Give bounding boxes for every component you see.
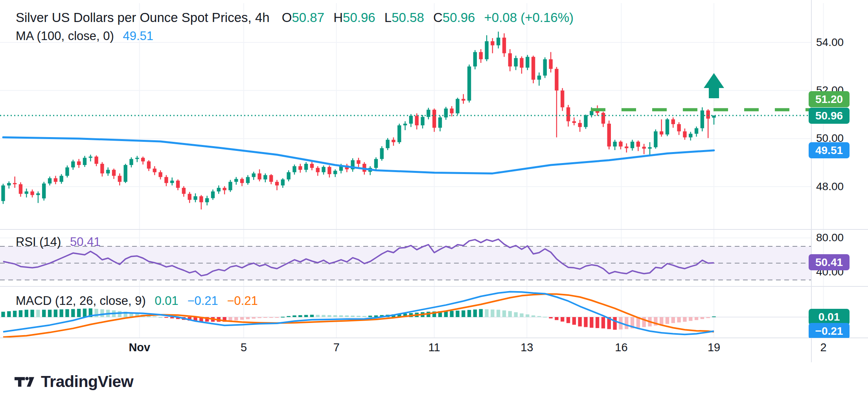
macd-histogram-bar	[578, 317, 581, 326]
macd-histogram-bar	[292, 315, 296, 317]
candle-body	[654, 131, 657, 147]
macd-label: MACD (12, 26, close, 9)	[16, 294, 146, 308]
candle-body	[316, 168, 320, 172]
candle-body	[333, 171, 337, 174]
candle-body	[607, 124, 611, 147]
ohlc-open-value: 50.87	[292, 10, 324, 25]
macd-histogram-bar	[234, 317, 238, 321]
rsi-axis-label: 40.00	[816, 266, 863, 278]
macd-histogram-bar	[677, 317, 680, 323]
candle-body	[572, 121, 576, 123]
candle-body	[42, 183, 46, 198]
candle-body	[479, 52, 483, 59]
macd-hist-value: 0.01	[154, 294, 178, 308]
candle-body	[193, 196, 197, 200]
macd-legend[interactable]: MACD (12, 26, close, 9) 0.01 −0.21 −0.21	[16, 294, 258, 308]
candle-body	[386, 140, 389, 148]
macd-histogram-bar	[462, 310, 465, 317]
macd-histogram-bar	[170, 317, 174, 318]
candle-body	[631, 142, 634, 149]
macd-histogram-bar	[310, 315, 314, 317]
macd-histogram-bar	[362, 316, 366, 317]
candle-body	[281, 180, 285, 185]
candle-body	[543, 59, 547, 76]
candle-body	[438, 117, 442, 128]
candle-body	[77, 161, 81, 165]
candle-body	[561, 90, 564, 107]
macd-histogram-bar	[689, 317, 692, 321]
candle-body	[566, 107, 570, 121]
candle-body	[508, 53, 512, 67]
macd-histogram-bar	[601, 317, 605, 328]
price-axis-label: 48.00	[816, 180, 863, 193]
macd-histogram-bar	[322, 315, 325, 317]
candle-body	[48, 178, 51, 183]
candle-body	[485, 41, 488, 59]
chart-window: Silver US Dollars per Ounce Spot Prices,…	[0, 0, 868, 398]
macd-histogram-bar	[666, 317, 669, 324]
up-arrow-annotation[interactable]	[704, 73, 724, 98]
macd-histogram-bar	[281, 317, 285, 317]
macd-histogram-bar	[25, 310, 28, 317]
macd-histogram-bar	[158, 317, 162, 318]
macd-histogram-bar	[660, 317, 663, 325]
candle-body	[65, 167, 69, 176]
macd-histogram-bar	[467, 310, 471, 317]
candle-body	[257, 173, 261, 179]
candle-body	[549, 59, 552, 69]
chart-canvas[interactable]	[0, 0, 868, 398]
ohlc-high-value: 50.96	[343, 10, 375, 25]
candle-body	[135, 158, 139, 159]
ma-legend[interactable]: MA (100, close, 0) 49.51	[16, 29, 153, 43]
symbol-legend[interactable]: Silver US Dollars per Ounce Spot Prices,…	[16, 10, 574, 25]
candle-body	[555, 69, 558, 90]
macd-histogram-bar	[537, 316, 541, 317]
candle-body	[642, 147, 646, 149]
candle-body	[671, 119, 675, 124]
macd-histogram-bar	[263, 317, 267, 318]
time-axis-label: 13	[509, 341, 544, 354]
candle-body	[660, 131, 663, 134]
candle-body	[141, 158, 145, 161]
macd-histogram-bar	[83, 308, 86, 317]
macd-histogram-bar	[13, 311, 17, 317]
macd-histogram-bar	[316, 315, 320, 317]
ohlc-high-label: H	[333, 10, 343, 25]
candle-body	[706, 110, 710, 119]
candle-body	[677, 124, 680, 131]
candle-body	[409, 116, 413, 124]
candle-body	[648, 147, 651, 149]
tradingview-logo[interactable]: TradingView	[14, 372, 133, 391]
rsi-label: RSI (14)	[16, 235, 61, 249]
macd-signal-value: −0.21	[227, 294, 257, 308]
rsi-legend[interactable]: RSI (14) 50.41	[16, 235, 101, 249]
candle-body	[199, 196, 203, 202]
candle-body	[158, 172, 162, 177]
macd-histogram-bar	[497, 310, 500, 317]
symbol-title: Silver US Dollars per Ounce Spot Prices,…	[16, 10, 270, 25]
candle-body	[30, 191, 34, 195]
macd-histogram-bar	[351, 315, 355, 317]
macd-histogram-bar	[269, 317, 273, 318]
candle-body	[223, 188, 226, 190]
candle-body	[287, 172, 290, 179]
candle-body	[36, 193, 40, 195]
candle-body	[701, 110, 704, 128]
macd-histogram-bar	[339, 315, 343, 317]
candle-body	[392, 140, 395, 142]
candle-body	[19, 184, 22, 194]
candle-body	[584, 115, 587, 127]
macd-histogram-bar	[42, 310, 46, 317]
candle-body	[129, 159, 133, 165]
macd-histogram-bar	[246, 317, 250, 319]
macd-histogram-bar	[491, 310, 494, 317]
candle-body	[590, 111, 593, 115]
macd-histogram-bar	[683, 317, 686, 322]
rsi-axis-label: 80.00	[816, 231, 863, 244]
macd-histogram-bar	[572, 317, 576, 325]
macd-histogram-bar	[561, 317, 564, 321]
macd-histogram-bar	[327, 315, 331, 317]
macd-histogram-bar	[520, 314, 523, 317]
candle-body	[666, 119, 669, 135]
macd-histogram-bar	[479, 309, 483, 317]
